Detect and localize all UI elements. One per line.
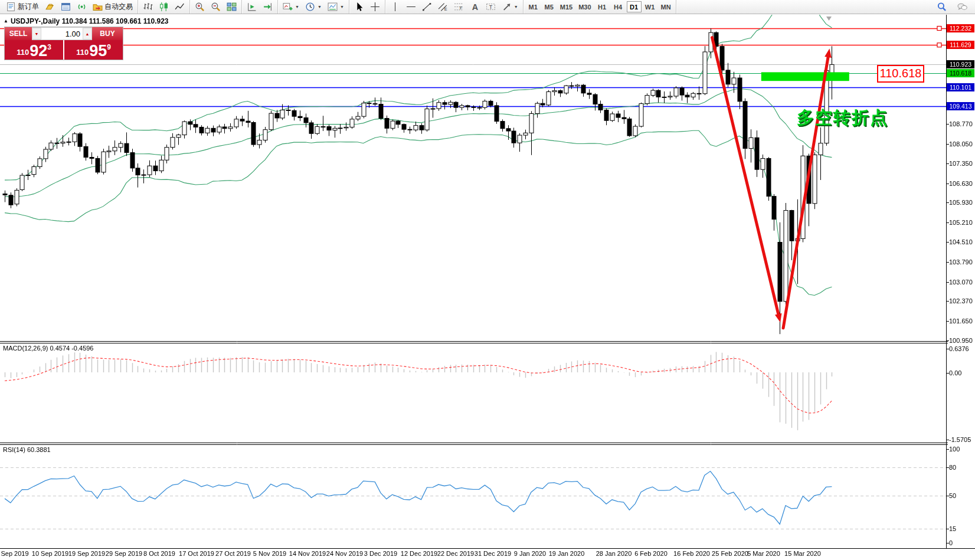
indicator-axis-label: 0.6376 (949, 345, 969, 352)
price-tick-label: 108.050 (949, 140, 973, 148)
cursor-button[interactable] (352, 1, 367, 13)
timeframe-M5[interactable]: M5 (542, 1, 557, 12)
new-chart-icon (283, 2, 293, 12)
chart-shift-icon (247, 2, 257, 12)
date-label: 6 Feb 2020 (634, 550, 668, 557)
timeframe-H4[interactable]: H4 (611, 1, 626, 12)
symbol-period-label: USDJPY-,Daily (11, 17, 60, 25)
vline-button[interactable] (388, 1, 403, 13)
hline-button[interactable] (404, 1, 418, 13)
auto-scroll-icon (263, 2, 273, 12)
dropdown-caret-icon: ▼ (318, 5, 322, 9)
channel-icon: E (438, 2, 448, 12)
buy-button[interactable]: BUY (92, 27, 123, 40)
fibonacci-icon: F (454, 2, 464, 12)
zoom-in-button[interactable] (192, 1, 207, 13)
date-label: 3 Dec 2019 (364, 550, 397, 557)
svg-text:E: E (444, 6, 447, 12)
timeframe-MN[interactable]: MN (659, 1, 673, 12)
price-tick-label: 107.350 (949, 160, 973, 167)
date-label: 9 Jan 2020 (514, 550, 546, 557)
price-level-badge: 110.618 (947, 69, 974, 77)
toolbar-right (934, 1, 975, 13)
sell-button[interactable]: SELL (5, 27, 32, 40)
trendline-button[interactable] (420, 1, 434, 13)
timeframe-M15[interactable]: M15 (558, 1, 575, 12)
date-label: 14 Nov 2019 (289, 550, 326, 557)
price-level-badge: 111.629 (947, 41, 974, 49)
price-tick-label: 101.650 (949, 317, 973, 325)
autotrade-icon (93, 2, 103, 12)
collapse-triangle-icon[interactable]: ▲ (4, 18, 8, 24)
bars-chart-button[interactable] (140, 1, 155, 13)
one-click-trade-panel: SELL ▼ ▲ BUY 110 92 3 110 95 9 (5, 27, 123, 60)
label-icon: T (486, 2, 496, 12)
price-level-callout[interactable]: 110.618 (877, 65, 924, 83)
timeframe-D1[interactable]: D1 (627, 1, 642, 12)
timeframe-M1[interactable]: M1 (526, 1, 541, 12)
text-button[interactable]: A (467, 1, 482, 13)
new-order-button[interactable]: 新订单 (4, 1, 41, 13)
date-label: 16 Feb 2020 (673, 550, 710, 557)
volume-stepper: ▼ ▲ (32, 27, 92, 40)
svg-text:A: A (472, 2, 478, 12)
autotrade-button[interactable]: 自动交易 (90, 1, 135, 13)
timeframe-W1[interactable]: W1 (643, 1, 657, 12)
periods-button[interactable]: ▼ (303, 1, 324, 13)
toolbar-group (190, 0, 242, 14)
svg-text:F: F (460, 5, 463, 11)
tile-windows-button[interactable] (224, 1, 239, 13)
price-level-badge: 110.923 (947, 60, 974, 68)
line-chart-icon (175, 2, 185, 12)
candles-chart-button[interactable] (156, 1, 171, 13)
toolbar-group: ▼▼▼ (278, 0, 349, 14)
sell-price-sup: 3 (47, 43, 51, 51)
timeframe-H1[interactable]: H1 (595, 1, 610, 12)
date-label: 15 Mar 2020 (784, 550, 821, 557)
volume-decrease-button[interactable]: ▼ (32, 28, 41, 40)
volume-input[interactable] (41, 28, 83, 40)
trendline-icon (422, 2, 432, 12)
auto-scroll-button[interactable] (260, 1, 275, 13)
fibonacci-button[interactable]: F (451, 1, 466, 13)
volume-increase-button[interactable]: ▲ (83, 28, 92, 40)
sell-price-cell[interactable]: 110 92 3 (5, 40, 63, 60)
text-icon: A (470, 2, 480, 12)
date-label: 25 Feb 2020 (712, 550, 748, 557)
arrows-button[interactable]: ▼ (499, 1, 521, 13)
chart-canvas[interactable] (0, 0, 975, 560)
crosshair-button[interactable] (368, 1, 382, 13)
svg-text:T: T (489, 4, 493, 10)
indicator-axis-label: -1.5705 (949, 436, 971, 443)
chart-shift-button[interactable] (244, 1, 259, 13)
zoom-out-button[interactable] (208, 1, 223, 13)
timeframe-M30[interactable]: M30 (576, 1, 593, 12)
tile-windows-icon (227, 2, 237, 12)
buy-price-cell[interactable]: 110 95 9 (63, 40, 123, 60)
price-tick-label: 105.210 (949, 219, 973, 226)
price-tick-label: 103.070 (949, 279, 973, 286)
market-watch-button[interactable] (58, 1, 73, 13)
new-chart-button[interactable]: ▼ (280, 1, 302, 13)
line-chart-button[interactable] (172, 1, 187, 13)
channel-button[interactable]: E (436, 1, 450, 13)
ohlc-values: 110.384 111.586 109.661 110.923 (62, 17, 169, 25)
indicator-axis-label: 50 (949, 492, 956, 499)
date-label: 31 Dec 2019 (475, 550, 511, 557)
chat-button[interactable] (955, 1, 970, 13)
templates-button[interactable]: ▼ (325, 1, 346, 13)
date-label: 19 Jan 2020 (549, 550, 585, 557)
label-button[interactable]: T (483, 1, 498, 13)
symbol-title: ▲USDJPY-,Daily 110.384 111.586 109.661 1… (4, 17, 169, 25)
price-tick-label: 103.790 (949, 258, 973, 266)
gold-bar-button[interactable] (42, 1, 57, 13)
rsi-label: RSI(14) 60.3881 (3, 446, 51, 453)
new-order-icon (6, 2, 16, 12)
indicator-axis-label: 0.00 (949, 369, 961, 376)
date-label: 5 Mar 2020 (747, 550, 780, 557)
dropdown-caret-icon: ▼ (340, 5, 344, 9)
signal-button[interactable] (74, 1, 89, 13)
search-button[interactable] (934, 1, 949, 13)
date-label: 24 Nov 2019 (326, 550, 363, 557)
date-label: 12 Dec 2019 (401, 550, 437, 557)
